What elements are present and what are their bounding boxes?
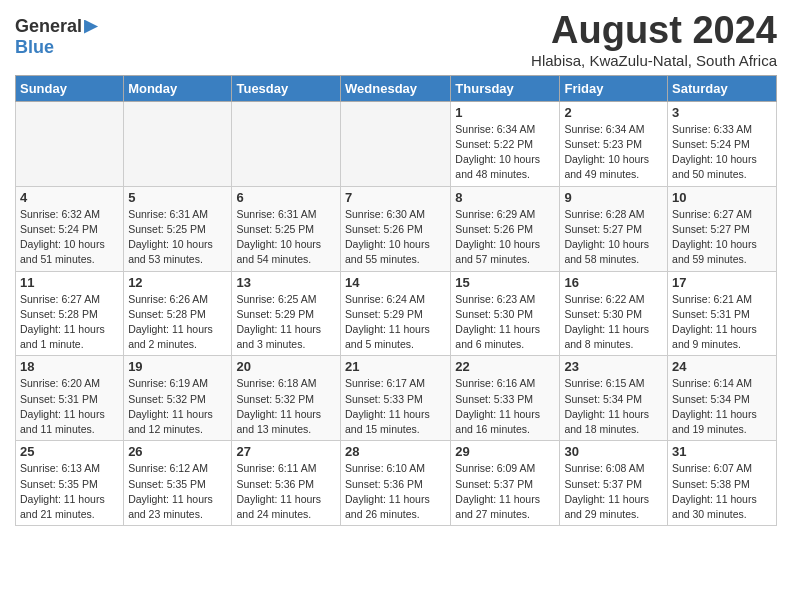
calendar-cell: 30Sunrise: 6:08 AMSunset: 5:37 PMDayligh… bbox=[560, 441, 668, 526]
day-info: Sunrise: 6:26 AMSunset: 5:28 PMDaylight:… bbox=[128, 292, 227, 353]
day-number: 2 bbox=[564, 105, 663, 120]
week-row-4: 18Sunrise: 6:20 AMSunset: 5:31 PMDayligh… bbox=[16, 356, 777, 441]
calendar-cell: 18Sunrise: 6:20 AMSunset: 5:31 PMDayligh… bbox=[16, 356, 124, 441]
logo-arrow-icon bbox=[84, 20, 98, 34]
day-info: Sunrise: 6:31 AMSunset: 5:25 PMDaylight:… bbox=[236, 207, 336, 268]
day-number: 21 bbox=[345, 359, 446, 374]
day-number: 16 bbox=[564, 275, 663, 290]
day-info: Sunrise: 6:20 AMSunset: 5:31 PMDaylight:… bbox=[20, 376, 119, 437]
day-number: 8 bbox=[455, 190, 555, 205]
calendar-cell: 16Sunrise: 6:22 AMSunset: 5:30 PMDayligh… bbox=[560, 271, 668, 356]
day-number: 26 bbox=[128, 444, 227, 459]
day-number: 25 bbox=[20, 444, 119, 459]
day-number: 19 bbox=[128, 359, 227, 374]
week-row-2: 4Sunrise: 6:32 AMSunset: 5:24 PMDaylight… bbox=[16, 186, 777, 271]
calendar-cell: 28Sunrise: 6:10 AMSunset: 5:36 PMDayligh… bbox=[341, 441, 451, 526]
day-info: Sunrise: 6:09 AMSunset: 5:37 PMDaylight:… bbox=[455, 461, 555, 522]
day-number: 11 bbox=[20, 275, 119, 290]
weekday-header-saturday: Saturday bbox=[668, 75, 777, 101]
calendar-cell: 1Sunrise: 6:34 AMSunset: 5:22 PMDaylight… bbox=[451, 101, 560, 186]
week-row-1: 1Sunrise: 6:34 AMSunset: 5:22 PMDaylight… bbox=[16, 101, 777, 186]
day-info: Sunrise: 6:12 AMSunset: 5:35 PMDaylight:… bbox=[128, 461, 227, 522]
calendar-cell: 2Sunrise: 6:34 AMSunset: 5:23 PMDaylight… bbox=[560, 101, 668, 186]
day-info: Sunrise: 6:29 AMSunset: 5:26 PMDaylight:… bbox=[455, 207, 555, 268]
day-info: Sunrise: 6:32 AMSunset: 5:24 PMDaylight:… bbox=[20, 207, 119, 268]
day-info: Sunrise: 6:10 AMSunset: 5:36 PMDaylight:… bbox=[345, 461, 446, 522]
day-info: Sunrise: 6:33 AMSunset: 5:24 PMDaylight:… bbox=[672, 122, 772, 183]
day-number: 1 bbox=[455, 105, 555, 120]
day-info: Sunrise: 6:08 AMSunset: 5:37 PMDaylight:… bbox=[564, 461, 663, 522]
day-number: 12 bbox=[128, 275, 227, 290]
calendar-cell: 7Sunrise: 6:30 AMSunset: 5:26 PMDaylight… bbox=[341, 186, 451, 271]
calendar-cell: 22Sunrise: 6:16 AMSunset: 5:33 PMDayligh… bbox=[451, 356, 560, 441]
calendar-cell: 11Sunrise: 6:27 AMSunset: 5:28 PMDayligh… bbox=[16, 271, 124, 356]
day-number: 22 bbox=[455, 359, 555, 374]
day-info: Sunrise: 6:18 AMSunset: 5:32 PMDaylight:… bbox=[236, 376, 336, 437]
calendar-cell bbox=[124, 101, 232, 186]
day-info: Sunrise: 6:34 AMSunset: 5:23 PMDaylight:… bbox=[564, 122, 663, 183]
calendar-cell: 6Sunrise: 6:31 AMSunset: 5:25 PMDaylight… bbox=[232, 186, 341, 271]
weekday-header-row: SundayMondayTuesdayWednesdayThursdayFrid… bbox=[16, 75, 777, 101]
day-number: 7 bbox=[345, 190, 446, 205]
day-number: 5 bbox=[128, 190, 227, 205]
day-info: Sunrise: 6:23 AMSunset: 5:30 PMDaylight:… bbox=[455, 292, 555, 353]
day-info: Sunrise: 6:24 AMSunset: 5:29 PMDaylight:… bbox=[345, 292, 446, 353]
day-info: Sunrise: 6:31 AMSunset: 5:25 PMDaylight:… bbox=[128, 207, 227, 268]
day-info: Sunrise: 6:13 AMSunset: 5:35 PMDaylight:… bbox=[20, 461, 119, 522]
calendar-cell: 8Sunrise: 6:29 AMSunset: 5:26 PMDaylight… bbox=[451, 186, 560, 271]
week-row-5: 25Sunrise: 6:13 AMSunset: 5:35 PMDayligh… bbox=[16, 441, 777, 526]
calendar-cell: 24Sunrise: 6:14 AMSunset: 5:34 PMDayligh… bbox=[668, 356, 777, 441]
day-number: 6 bbox=[236, 190, 336, 205]
calendar-cell: 17Sunrise: 6:21 AMSunset: 5:31 PMDayligh… bbox=[668, 271, 777, 356]
day-info: Sunrise: 6:34 AMSunset: 5:22 PMDaylight:… bbox=[455, 122, 555, 183]
calendar-cell: 3Sunrise: 6:33 AMSunset: 5:24 PMDaylight… bbox=[668, 101, 777, 186]
day-info: Sunrise: 6:07 AMSunset: 5:38 PMDaylight:… bbox=[672, 461, 772, 522]
weekday-header-thursday: Thursday bbox=[451, 75, 560, 101]
week-row-3: 11Sunrise: 6:27 AMSunset: 5:28 PMDayligh… bbox=[16, 271, 777, 356]
weekday-header-monday: Monday bbox=[124, 75, 232, 101]
calendar-cell: 26Sunrise: 6:12 AMSunset: 5:35 PMDayligh… bbox=[124, 441, 232, 526]
calendar-cell: 4Sunrise: 6:32 AMSunset: 5:24 PMDaylight… bbox=[16, 186, 124, 271]
weekday-header-wednesday: Wednesday bbox=[341, 75, 451, 101]
calendar-cell: 9Sunrise: 6:28 AMSunset: 5:27 PMDaylight… bbox=[560, 186, 668, 271]
day-info: Sunrise: 6:14 AMSunset: 5:34 PMDaylight:… bbox=[672, 376, 772, 437]
calendar-cell: 12Sunrise: 6:26 AMSunset: 5:28 PMDayligh… bbox=[124, 271, 232, 356]
day-info: Sunrise: 6:28 AMSunset: 5:27 PMDaylight:… bbox=[564, 207, 663, 268]
calendar-cell: 29Sunrise: 6:09 AMSunset: 5:37 PMDayligh… bbox=[451, 441, 560, 526]
title-area: August 2024 Hlabisa, KwaZulu-Natal, Sout… bbox=[531, 10, 777, 69]
day-info: Sunrise: 6:17 AMSunset: 5:33 PMDaylight:… bbox=[345, 376, 446, 437]
calendar-cell: 15Sunrise: 6:23 AMSunset: 5:30 PMDayligh… bbox=[451, 271, 560, 356]
day-number: 23 bbox=[564, 359, 663, 374]
location-title: Hlabisa, KwaZulu-Natal, South Africa bbox=[531, 52, 777, 69]
calendar-cell: 27Sunrise: 6:11 AMSunset: 5:36 PMDayligh… bbox=[232, 441, 341, 526]
day-number: 15 bbox=[455, 275, 555, 290]
calendar-cell bbox=[232, 101, 341, 186]
calendar-cell: 14Sunrise: 6:24 AMSunset: 5:29 PMDayligh… bbox=[341, 271, 451, 356]
day-number: 9 bbox=[564, 190, 663, 205]
day-number: 20 bbox=[236, 359, 336, 374]
month-title: August 2024 bbox=[531, 10, 777, 52]
calendar-table: SundayMondayTuesdayWednesdayThursdayFrid… bbox=[15, 75, 777, 526]
day-number: 31 bbox=[672, 444, 772, 459]
day-info: Sunrise: 6:27 AMSunset: 5:27 PMDaylight:… bbox=[672, 207, 772, 268]
calendar-cell: 13Sunrise: 6:25 AMSunset: 5:29 PMDayligh… bbox=[232, 271, 341, 356]
calendar-cell bbox=[16, 101, 124, 186]
day-info: Sunrise: 6:30 AMSunset: 5:26 PMDaylight:… bbox=[345, 207, 446, 268]
day-info: Sunrise: 6:16 AMSunset: 5:33 PMDaylight:… bbox=[455, 376, 555, 437]
day-info: Sunrise: 6:27 AMSunset: 5:28 PMDaylight:… bbox=[20, 292, 119, 353]
day-number: 10 bbox=[672, 190, 772, 205]
day-number: 13 bbox=[236, 275, 336, 290]
day-info: Sunrise: 6:22 AMSunset: 5:30 PMDaylight:… bbox=[564, 292, 663, 353]
weekday-header-tuesday: Tuesday bbox=[232, 75, 341, 101]
calendar-cell: 5Sunrise: 6:31 AMSunset: 5:25 PMDaylight… bbox=[124, 186, 232, 271]
day-number: 3 bbox=[672, 105, 772, 120]
day-number: 29 bbox=[455, 444, 555, 459]
day-info: Sunrise: 6:21 AMSunset: 5:31 PMDaylight:… bbox=[672, 292, 772, 353]
day-number: 30 bbox=[564, 444, 663, 459]
logo: General Blue bbox=[15, 16, 98, 58]
calendar-cell: 23Sunrise: 6:15 AMSunset: 5:34 PMDayligh… bbox=[560, 356, 668, 441]
day-info: Sunrise: 6:11 AMSunset: 5:36 PMDaylight:… bbox=[236, 461, 336, 522]
logo-blue-text: Blue bbox=[15, 37, 54, 58]
calendar-cell: 10Sunrise: 6:27 AMSunset: 5:27 PMDayligh… bbox=[668, 186, 777, 271]
day-info: Sunrise: 6:15 AMSunset: 5:34 PMDaylight:… bbox=[564, 376, 663, 437]
